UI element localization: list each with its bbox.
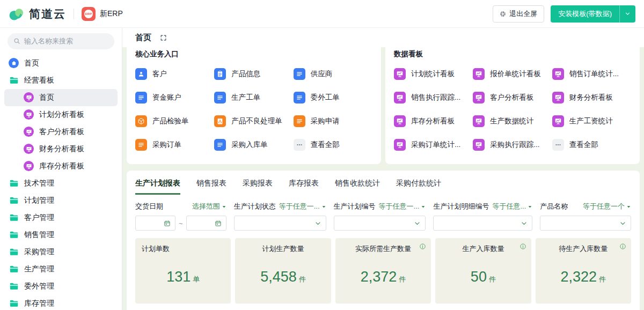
stat-title: 计划单数 bbox=[142, 244, 170, 254]
stat-title: 计划生产数量 bbox=[262, 244, 304, 254]
report-tab[interactable]: 采购付款统计 bbox=[396, 179, 441, 195]
app-shortcut[interactable]: 采购订单 bbox=[135, 133, 214, 157]
sidebar-item[interactable]: 计划分析看板 bbox=[4, 106, 118, 123]
filter-select[interactable] bbox=[334, 216, 426, 231]
sidebar-menu: 首页 经营看板 首页 计划分析看板 bbox=[0, 54, 122, 310]
sidebar-search[interactable] bbox=[8, 33, 114, 49]
sidebar-item[interactable]: 首页 bbox=[4, 89, 118, 106]
filter-operator[interactable]: 选择范围 bbox=[192, 202, 226, 211]
info-icon[interactable] bbox=[519, 243, 526, 250]
app-shortcut[interactable]: 产品信息 bbox=[214, 62, 293, 86]
app-shortcut[interactable]: 供应商 bbox=[294, 62, 372, 86]
sidebar-item[interactable]: 经营看板 bbox=[4, 72, 118, 89]
app-shortcut[interactable]: 产品不良处理单 bbox=[214, 109, 293, 133]
sidebar-item[interactable]: 库存分析看板 bbox=[4, 158, 118, 175]
logo-text: 简道云 bbox=[29, 6, 66, 21]
sidebar-item[interactable]: 销售管理 bbox=[4, 226, 118, 243]
app-shortcut[interactable]: 采购申请 bbox=[294, 109, 372, 133]
install-template-button[interactable]: 安装模板(带数据) bbox=[551, 5, 635, 23]
filter-select[interactable] bbox=[433, 216, 532, 231]
dashboard-shortcut[interactable]: 销售订单统计... bbox=[552, 62, 631, 86]
info-icon[interactable] bbox=[419, 243, 426, 250]
erp-app-icon: ERP bbox=[82, 7, 96, 21]
sidebar-item[interactable]: 客户管理 bbox=[4, 209, 118, 226]
folder-icon bbox=[9, 195, 19, 205]
dashboard-shortcut[interactable]: 计划统计看板 bbox=[394, 62, 473, 86]
form-icon bbox=[135, 92, 147, 104]
page-tab-home[interactable]: 首页 bbox=[135, 33, 151, 43]
app-shortcut[interactable]: 查看全部 bbox=[294, 133, 372, 157]
form-icon bbox=[294, 92, 305, 104]
range-separator: ~ bbox=[179, 219, 183, 227]
filter-operator[interactable]: 等于任意一个 bbox=[583, 202, 631, 211]
dashboard-shortcut[interactable]: 查看全部 bbox=[552, 133, 631, 157]
filter-label: 生产计划编号 bbox=[334, 202, 376, 211]
info-icon[interactable] bbox=[619, 243, 626, 250]
dashboard-shortcut[interactable]: 库存分析看板 bbox=[394, 109, 473, 133]
chevron-down-icon bbox=[521, 220, 528, 227]
dashboard-shortcut[interactable]: 生产数据统计 bbox=[473, 109, 552, 133]
dashboard-shortcut-label: 销售执行跟踪... bbox=[411, 93, 460, 102]
sidebar-item[interactable]: 客户分析看板 bbox=[4, 123, 118, 141]
filter-operator[interactable]: 等于任意一... bbox=[279, 202, 326, 211]
folder-icon bbox=[9, 247, 19, 257]
app-shortcut[interactable]: 资金账户 bbox=[135, 86, 214, 109]
date-input-end[interactable] bbox=[186, 216, 226, 231]
dashboard-shortcut[interactable]: 采购执行跟踪... bbox=[473, 133, 552, 157]
sidebar-item[interactable]: 委外管理 bbox=[4, 278, 118, 295]
app-shortcut[interactable]: 产品检验单 bbox=[135, 109, 214, 133]
filter-operator[interactable]: 等于任意... bbox=[492, 202, 532, 211]
monitor-icon bbox=[394, 92, 406, 104]
app-shortcut[interactable]: 生产工单 bbox=[214, 86, 293, 109]
app-shortcut[interactable]: 客户 bbox=[135, 62, 214, 86]
filter-label: 生产计划明细编号 bbox=[433, 202, 489, 211]
stat-card: 待生产入库数量 2,322件 bbox=[536, 238, 631, 304]
monitor-icon bbox=[473, 139, 485, 151]
folder-icon bbox=[9, 212, 19, 223]
sidebar-item[interactable]: 计划管理 bbox=[4, 192, 118, 209]
filter-bar: 交货日期 选择范围 bbox=[127, 195, 640, 231]
stat-cards: 计划单数 131单 计划生产数量 bbox=[127, 231, 640, 304]
dashboard-shortcut[interactable]: 客户分析看板 bbox=[473, 86, 552, 109]
dashboard-shortcut-label: 查看全部 bbox=[569, 140, 598, 150]
chevron-down-icon bbox=[314, 220, 321, 227]
product-box-icon bbox=[135, 115, 147, 127]
dashboard-shortcut[interactable]: 报价单统计看板 bbox=[473, 62, 552, 86]
calendar-icon bbox=[164, 220, 171, 227]
report-tab[interactable]: 库存报表 bbox=[289, 179, 319, 195]
sidebar-item[interactable]: 技术管理 bbox=[4, 175, 118, 192]
sidebar-item[interactable]: 库存管理 bbox=[4, 295, 118, 310]
caret-down-icon bbox=[222, 204, 226, 209]
chevron-down-icon[interactable] bbox=[619, 5, 635, 23]
dashboard-shortcut[interactable]: 财务分析看板 bbox=[552, 86, 631, 109]
sidebar-item[interactable]: 生产管理 bbox=[4, 261, 118, 278]
filter-select[interactable] bbox=[540, 216, 631, 231]
app-shortcut[interactable]: 委外工单 bbox=[294, 86, 372, 109]
sidebar-item-label: 客户分析看板 bbox=[39, 127, 84, 137]
search-input[interactable] bbox=[24, 37, 108, 45]
sidebar-item[interactable]: 财务分析看板 bbox=[4, 141, 118, 158]
filter-operator[interactable]: 等于任意一... bbox=[379, 202, 426, 211]
app-shortcut-label: 产品信息 bbox=[231, 69, 260, 79]
report-tab[interactable]: 销售收款统计 bbox=[335, 179, 380, 195]
dashboard-shortcut-label: 库存分析看板 bbox=[411, 116, 455, 126]
monitor-icon bbox=[552, 92, 564, 104]
dashboard-shortcut[interactable]: 生产工资统计 bbox=[552, 109, 631, 133]
filter-select[interactable] bbox=[234, 216, 326, 231]
dashboard-shortcut-label: 客户分析看板 bbox=[490, 93, 533, 102]
expand-icon[interactable] bbox=[160, 34, 167, 41]
report-tab[interactable]: 采购报表 bbox=[243, 179, 273, 195]
stat-card: 实际所需生产数量 2,372件 bbox=[335, 238, 431, 304]
dashboard-icon bbox=[24, 109, 34, 120]
sidebar-item[interactable]: 采购管理 bbox=[4, 243, 118, 261]
dashboard-shortcut-label: 报价单统计看板 bbox=[490, 69, 541, 79]
date-input-start[interactable] bbox=[135, 216, 175, 231]
dashboard-shortcut[interactable]: 销售执行跟踪... bbox=[394, 86, 473, 109]
stat-card: 生产入库数量 50件 bbox=[435, 238, 531, 304]
sidebar-item[interactable]: 首页 bbox=[4, 55, 118, 72]
app-shortcut[interactable]: 采购入库单 bbox=[214, 133, 293, 157]
exit-fullscreen-button[interactable]: 退出全屏 bbox=[493, 5, 544, 23]
report-tab[interactable]: 生产计划报表 bbox=[135, 179, 180, 195]
dashboard-shortcut[interactable]: 采购订单统计... bbox=[394, 133, 473, 157]
report-tab[interactable]: 销售报表 bbox=[196, 179, 226, 195]
